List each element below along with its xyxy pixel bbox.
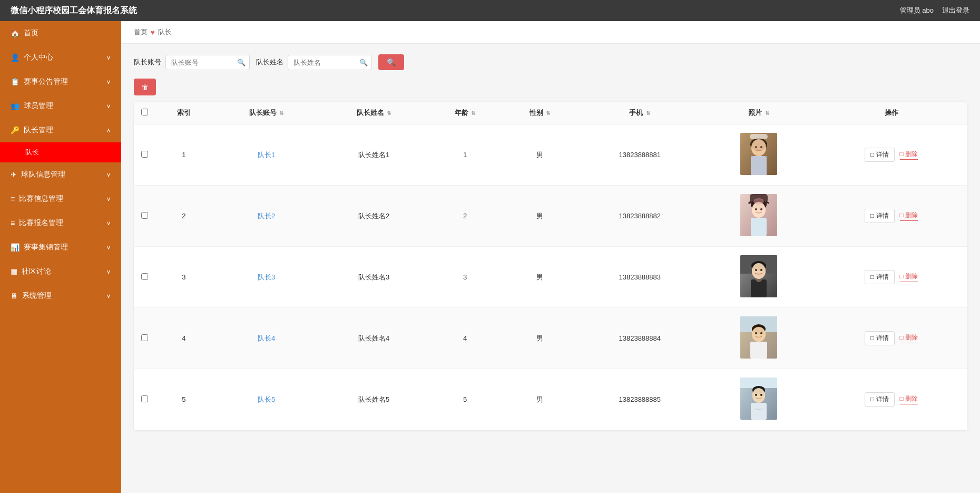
select-all-checkbox[interactable] [141, 109, 148, 115]
sidebar-item-label: 首页 [24, 28, 38, 38]
row-checkbox-2[interactable] [141, 212, 148, 219]
main-content: 首页 ♥ 队长 队长账号 🔍 队长姓名 🔍 [121, 21, 980, 493]
sidebar-item-announcement[interactable]: 📋 赛事公告管理 ∨ [0, 70, 121, 94]
delete-button[interactable]: □ 删除 [900, 333, 918, 343]
row-account: 队长3 [213, 247, 320, 308]
row-checkbox-4[interactable] [141, 334, 148, 341]
svg-point-24 [760, 269, 762, 271]
breadcrumb-home[interactable]: 首页 [134, 27, 148, 37]
sidebar-item-team-info[interactable]: ✈ 球队信息管理 ∨ [0, 162, 121, 187]
row-index: 1 [155, 124, 213, 186]
th-account[interactable]: 队长账号 ⇅ [213, 102, 320, 124]
svg-point-31 [755, 332, 757, 334]
row-action: □ 详情 □ 删除 [815, 124, 967, 186]
row-phone: 13823888885 [577, 369, 702, 430]
search-account-wrap: 🔍 [165, 55, 250, 70]
detail-button[interactable]: □ 详情 [865, 270, 895, 284]
sidebar-item-label: 比赛信息管理 [19, 194, 63, 204]
table-row: 2 队长2 队长姓名2 2 男 13823888882 □ 详情 □ 删除 [134, 186, 967, 247]
th-age[interactable]: 年龄 ⇅ [428, 102, 503, 124]
sidebar-item-label: 系统管理 [22, 291, 52, 301]
table: 索引 队长账号 ⇅ 队长姓名 ⇅ 年龄 ⇅ 性别 ⇅ 手机 ⇅ 照片 ⇅ 操作 [134, 102, 967, 430]
table-header-row: 索引 队长账号 ⇅ 队长姓名 ⇅ 年龄 ⇅ 性别 ⇅ 手机 ⇅ 照片 ⇅ 操作 [134, 102, 967, 124]
delete-button[interactable]: □ 删除 [900, 211, 918, 221]
svg-point-39 [755, 394, 757, 396]
sidebar-item-label: 个人中心 [24, 53, 53, 62]
sort-icon: ⇅ [279, 110, 283, 116]
search-name-label: 队长姓名 [256, 57, 283, 67]
batch-delete-button[interactable]: 🗑 [134, 79, 156, 95]
row-action: □ 详情 □ 删除 [815, 186, 967, 247]
search-account-icon: 🔍 [237, 59, 246, 66]
row-checkbox-5[interactable] [141, 395, 148, 402]
breadcrumb: 首页 ♥ 队长 [121, 21, 980, 44]
sidebar-item-trophy[interactable]: 📊 赛事集锦管理 ∨ [0, 235, 121, 259]
row-age: 1 [428, 124, 503, 186]
detail-button[interactable]: □ 详情 [865, 148, 895, 162]
sidebar-item-label: 比赛报名管理 [19, 218, 63, 228]
search-name-icon: 🔍 [359, 59, 368, 66]
sidebar: 🏠 首页 👤 个人中心 ∨ 📋 赛事公告管理 ∨ 👥 球员管理 ∨ [0, 21, 121, 493]
row-action: □ 详情 □ 删除 [815, 369, 967, 430]
chevron-down-icon: ∨ [106, 268, 111, 275]
row-account: 队长2 [213, 186, 320, 247]
th-action: 操作 [815, 102, 967, 124]
row-account: 队长5 [213, 369, 320, 430]
sidebar-item-system[interactable]: 🖥 系统管理 ∨ [0, 284, 121, 308]
row-checkbox-3[interactable] [141, 273, 148, 280]
captain-mgmt-icon: 🔑 [11, 126, 19, 134]
th-name[interactable]: 队长姓名 ⇅ [320, 102, 428, 124]
row-index: 4 [155, 308, 213, 369]
row-checkbox-cell [134, 124, 155, 186]
match-reg-icon: ≡ [11, 219, 15, 227]
row-checkbox-1[interactable] [141, 151, 148, 158]
sidebar-item-captain-mgmt[interactable]: 🔑 队长管理 ∧ [0, 118, 121, 142]
sidebar-item-match-reg[interactable]: ≡ 比赛报名管理 ∨ [0, 211, 121, 235]
detail-button[interactable]: □ 详情 [865, 392, 895, 407]
row-phone: 13823888882 [577, 186, 702, 247]
svg-point-7 [760, 146, 762, 148]
detail-button[interactable]: □ 详情 [865, 331, 895, 345]
match-info-icon: ≡ [11, 195, 15, 203]
th-gender[interactable]: 性别 ⇅ [503, 102, 577, 124]
row-name: 队长姓名1 [320, 124, 428, 186]
svg-rect-3 [750, 134, 768, 139]
logout-button[interactable]: 退出登录 [942, 6, 969, 15]
row-age: 3 [428, 247, 503, 308]
delete-button[interactable]: □ 删除 [900, 394, 918, 404]
svg-point-38 [752, 388, 765, 403]
th-photo[interactable]: 照片 ⇅ [702, 102, 815, 124]
admin-label: 管理员 abo [900, 6, 934, 15]
sort-icon: ⇅ [546, 110, 550, 116]
row-index: 2 [155, 186, 213, 247]
row-checkbox-cell [134, 369, 155, 430]
delete-button[interactable]: □ 删除 [900, 272, 918, 282]
search-group-name: 队长姓名 🔍 [256, 55, 372, 70]
table-row: 1 队长1 队长姓名1 1 男 13823888881 □ 详情 □ 删除 [134, 124, 967, 186]
sidebar-item-label: 社区讨论 [22, 267, 51, 276]
row-index: 3 [155, 247, 213, 308]
table-row: 5 队长5 队长姓名5 5 男 13823888885 □ 详情 □ 删除 [134, 369, 967, 430]
row-gender: 男 [503, 186, 577, 247]
sort-icon: ⇅ [471, 110, 475, 116]
detail-button[interactable]: □ 详情 [865, 209, 895, 223]
sidebar-item-label: 赛事集锦管理 [24, 243, 68, 252]
sidebar-item-captain[interactable]: 队长 [0, 142, 121, 162]
header: 微信小程序校园工会体育报名系统 管理员 abo 退出登录 [0, 0, 980, 21]
sidebar-item-player[interactable]: 👥 球员管理 ∨ [0, 94, 121, 118]
search-account-label: 队长账号 [134, 57, 161, 67]
sort-icon: ⇅ [387, 110, 391, 116]
sidebar-item-community[interactable]: ▦ 社区讨论 ∨ [0, 259, 121, 284]
search-button[interactable]: 🔍 [378, 54, 404, 70]
th-phone[interactable]: 手机 ⇅ [577, 102, 702, 124]
sidebar-item-profile[interactable]: 👤 个人中心 ∨ [0, 45, 121, 70]
row-gender: 男 [503, 308, 577, 369]
sidebar-item-home[interactable]: 🏠 首页 [0, 21, 121, 45]
sidebar-item-match-info[interactable]: ≡ 比赛信息管理 ∨ [0, 187, 121, 211]
sidebar-item-label: 队长管理 [24, 125, 53, 135]
delete-button[interactable]: □ 删除 [900, 150, 918, 160]
breadcrumb-separator: ♥ [151, 28, 155, 36]
row-photo [702, 124, 815, 186]
row-gender: 男 [503, 247, 577, 308]
row-account: 队长4 [213, 308, 320, 369]
